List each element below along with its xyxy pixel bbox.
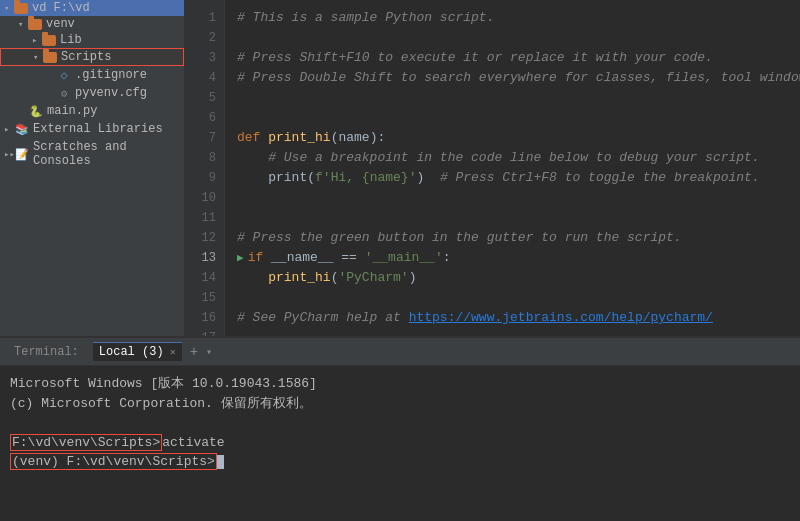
git-icon: ◇ (56, 67, 72, 83)
arrow-extlib (4, 124, 14, 135)
terminal-line-2: (c) Microsoft Corporation. 保留所有权利。 (10, 394, 790, 414)
line-num-2: 2 (185, 28, 224, 48)
terminal-line-1: Microsoft Windows [版本 10.0.19043.1586] (10, 374, 790, 394)
line-num-10: 10 (185, 188, 224, 208)
terminal-tab-local[interactable]: Local (3) ✕ (93, 342, 182, 361)
sidebar-item-scripts[interactable]: Scripts (0, 48, 184, 66)
sidebar-item-venv[interactable]: venv (0, 16, 184, 32)
sidebar-item-lib[interactable]: Lib (0, 32, 184, 48)
line-num-11: 11 (185, 208, 224, 228)
terminal-body[interactable]: Microsoft Windows [版本 10.0.19043.1586] (… (0, 366, 800, 521)
code-eq: == (333, 248, 364, 268)
line-num-17: 17 (185, 328, 224, 336)
sidebar-item-scratches[interactable]: ▸ 📝 Scratches and Consoles (0, 138, 184, 170)
line-num-14: 14 (185, 268, 224, 288)
line-num-3: 3 (185, 48, 224, 68)
code-indent-14 (237, 268, 268, 288)
code-p3: ( (331, 268, 339, 288)
code-line-15 (237, 288, 792, 308)
terminal-dropdown-icon[interactable]: ▾ (206, 346, 212, 358)
sidebar-item-pyvenv[interactable]: ⚙ pyvenv.cfg (0, 84, 184, 102)
code-dunder: __name__ (271, 248, 333, 268)
line-num-13: 13 (185, 248, 224, 268)
code-paren-1: ( (331, 128, 339, 148)
code-line-13: ▶if __name__ == '__main__': (237, 248, 792, 268)
code-param: name (338, 128, 369, 148)
code-line-16: # See PyCharm help at https://www.jetbra… (237, 308, 792, 328)
line-num-4: 4 (185, 68, 224, 88)
code-line-10 (237, 188, 792, 208)
code-p4: ) (409, 268, 417, 288)
folder-icon-lib (42, 35, 56, 46)
extlib-icon: 📚 (14, 121, 30, 137)
terminal-tab-close-icon[interactable]: ✕ (170, 346, 176, 358)
code-area[interactable]: # This is a sample Python script. # Pres… (225, 0, 800, 336)
code-fn-name: print_hi (268, 128, 330, 148)
code-line-11 (237, 208, 792, 228)
code-line-3: # Press Shift+F10 to execute it or repla… (237, 48, 792, 68)
arrow-vd (4, 3, 14, 14)
code-line-8: # Use a breakpoint in the code line belo… (237, 148, 792, 168)
label-vd: vd F:\vd (32, 1, 90, 15)
code-line-7: def print_hi(name): (237, 128, 792, 148)
sidebar-item-gitignore[interactable]: ◇ .gitignore (0, 66, 184, 84)
sidebar-item-extlib[interactable]: 📚 External Libraries (0, 120, 184, 138)
arrow-scratches: ▸ (4, 149, 14, 160)
terminal-cursor (217, 455, 224, 469)
arrow-venv (18, 19, 28, 30)
label-venv: venv (46, 17, 75, 31)
code-text-3: # Press Shift+F10 to execute it or repla… (237, 48, 713, 68)
folder-icon-scripts (43, 52, 57, 63)
code-p1: ( (307, 168, 315, 188)
terminal-tabs-bar: Terminal: Local (3) ✕ + ▾ (0, 338, 800, 366)
code-fstr: f'Hi, {name}' (315, 168, 416, 188)
arrow-scripts (33, 52, 43, 63)
code-comment-9: # Press Ctrl+F8 to toggle the breakpoint… (440, 168, 760, 188)
cfg-icon: ⚙ (56, 85, 72, 101)
code-line-12: # Press the green button in the gutter t… (237, 228, 792, 248)
terminal-line-4: F:\vd\venv\Scripts>activate (10, 433, 790, 453)
terminal-text-1: Microsoft Windows [版本 10.0.19043.1586] (10, 376, 317, 391)
code-line-5 (237, 88, 792, 108)
terminal-panel: Terminal: Local (3) ✕ + ▾ Microsoft Wind… (0, 336, 800, 521)
terminal-line-3 (10, 413, 790, 433)
label-gitignore: .gitignore (75, 68, 147, 82)
main-layout: vd F:\vd venv Lib Scripts ◇ .gitignore ⚙… (0, 0, 800, 336)
code-line-9: print(f'Hi, {name}') # Press Ctrl+F8 to … (237, 168, 792, 188)
code-link-16[interactable]: https://www.jetbrains.com/help/pycharm/ (409, 308, 713, 328)
code-comment-16a: # See PyCharm help at (237, 308, 409, 328)
terminal-line-5: (venv) F:\vd\venv\Scripts> (10, 452, 790, 472)
label-mainpy: main.py (47, 104, 97, 118)
line-num-6: 6 (185, 108, 224, 128)
sidebar-item-mainpy[interactable]: 🐍 main.py (0, 102, 184, 120)
sidebar-item-vd[interactable]: vd F:\vd (0, 0, 184, 16)
code-line-4: # Press Double Shift to search everywher… (237, 68, 792, 88)
code-text-12: # Press the green button in the gutter t… (237, 228, 682, 248)
terminal-cmd-activate: activate (162, 435, 224, 450)
terminal-text-2: (c) Microsoft Corporation. 保留所有权利。 (10, 396, 312, 411)
code-line-17 (237, 328, 792, 336)
folder-icon-venv (28, 19, 42, 30)
code-if: if (248, 248, 271, 268)
label-scratches: Scratches and Consoles (33, 140, 184, 168)
code-line-1: # This is a sample Python script. (237, 8, 792, 28)
code-call: print_hi (268, 268, 330, 288)
terminal-prompt-2: (venv) F:\vd\venv\Scripts> (10, 453, 217, 470)
arrow-lib (32, 35, 42, 46)
line-num-1: 1 (185, 8, 224, 28)
code-line-2 (237, 28, 792, 48)
label-scripts: Scripts (61, 50, 111, 64)
line-num-15: 15 (185, 288, 224, 308)
editor-panel: 1 2 3 4 5 6 7 8 9 10 11 12 13 14 15 16 1… (185, 0, 800, 336)
scratches-icon: 📝 (14, 146, 30, 162)
editor-content[interactable]: 1 2 3 4 5 6 7 8 9 10 11 12 13 14 15 16 1… (185, 0, 800, 336)
folder-icon-vd (14, 3, 28, 14)
py-icon: 🐍 (28, 103, 44, 119)
code-text-4: # Press Double Shift to search everywher… (237, 68, 800, 88)
line-num-7: 7 (185, 128, 224, 148)
terminal-add-tab-button[interactable]: + (186, 344, 202, 360)
line-num-9: 9 (185, 168, 224, 188)
code-kw-def: def (237, 128, 268, 148)
code-text-8: # Use a breakpoint in the code line belo… (237, 148, 760, 168)
line-num-8: 8 (185, 148, 224, 168)
